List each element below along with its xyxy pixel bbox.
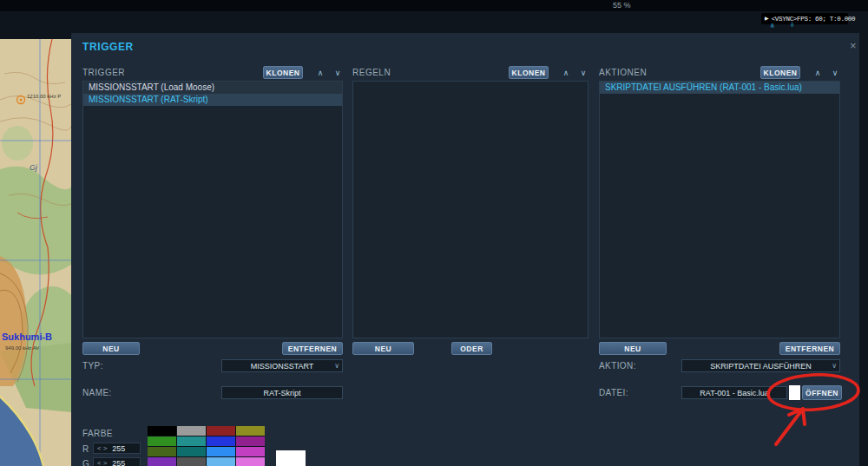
file-label: DATEI: [599,388,628,397]
top-bar-partial-text: 55 % [613,1,631,10]
file-field-white-box [789,385,800,400]
weather-trident-icon: ♆ [769,21,776,30]
weather-station-icon: ♁ [789,20,796,29]
move-down-icon[interactable]: ∨ [332,69,343,77]
action-list-item-selected[interactable]: SKRIPTDATEI AUSFÜHREN (RAT-001 - Basic.l… [600,82,839,94]
action-label: AKTION: [599,361,636,371]
type-label: TYP: [82,361,103,371]
clone-rule-button[interactable]: KLONEN [509,66,549,79]
color-label: FARBE [82,429,113,438]
open-file-button[interactable]: ÖFFNEN [802,385,842,400]
rules-buttons-row: NEU ODER [352,342,589,355]
play-icon: ▶ [765,13,769,24]
stepper-decrease-icon[interactable]: < [96,458,102,466]
trigger-column: TRIGGER KLONEN ∧ ∨ MISSIONSSTART (Load M… [82,66,343,355]
move-up-icon[interactable]: ∧ [315,69,326,77]
color-swatch[interactable] [148,457,176,466]
remove-action-button[interactable]: ENTFERNEN [779,342,840,355]
file-input[interactable]: RAT-001 - Basic.lua [681,386,787,399]
name-input[interactable]: RAT-Skript [221,386,343,399]
stepper-increase-icon[interactable]: > [102,458,108,466]
new-trigger-button[interactable]: NEU [82,342,140,355]
color-swatch[interactable] [177,457,206,466]
stepper-decrease-icon[interactable]: < [96,443,102,453]
trigger-list-item[interactable]: MISSIONSSTART (Load Moose) [83,82,342,94]
color-swatch[interactable] [207,426,235,436]
trigger-panel: TRIGGER × TRIGGER KLONEN ∧ ∨ MISSIONSSTA… [71,33,859,466]
trigger-list[interactable]: MISSIONSSTART (Load Moose) MISSIONSSTART… [82,81,343,338]
trigger-column-header: TRIGGER KLONEN ∧ ∨ [82,66,343,79]
rules-column: REGELN KLONEN ∧ ∨ NEU ODER [352,66,589,355]
fps-text: <VSYNC>FPS: 60; T:0.000 [772,16,856,23]
move-up-icon[interactable]: ∧ [561,69,571,77]
map-canvas[interactable]: 1210.00 kHz P Gj Sukhumi-B 949.00 kHz AV [0,39,71,466]
action-dropdown-value: SKRIPTDATEI AUSFÜHREN [710,362,811,371]
actions-column: AKTIONEN KLONEN ∧ ∨ SKRIPTDATEI AUSFÜHRE… [599,66,840,355]
actions-column-label: AKTIONEN [599,68,760,77]
rules-column-label: REGELN [352,68,509,77]
action-dropdown[interactable]: SKRIPTDATEI AUSFÜHREN ∨ [681,359,840,372]
panel-title: TRIGGER [82,41,134,53]
color-swatch[interactable] [236,436,265,446]
stepper-increase-icon[interactable]: > [102,443,108,453]
chevron-down-icon: ∨ [334,362,339,370]
move-down-icon[interactable]: ∨ [830,69,840,77]
move-down-icon[interactable]: ∨ [578,69,589,77]
color-swatch[interactable] [148,447,176,456]
name-label: NAME: [82,388,112,397]
rules-list[interactable] [352,81,589,338]
close-icon[interactable]: × [850,39,857,52]
move-up-icon[interactable]: ∧ [812,69,823,77]
red-channel-label: R [82,444,89,454]
map-place-label: Gj [30,163,37,172]
type-dropdown-value: MISSIONSSTART [251,362,314,371]
or-rule-button[interactable]: ODER [451,342,492,355]
color-swatch[interactable] [148,436,176,446]
red-channel-value: 255 [112,444,125,453]
map-city-label: Sukhumi-B [2,331,71,342]
color-palette[interactable] [148,426,265,466]
green-channel-value: 255 [112,459,125,466]
map-beacon-frequency-label-2: 949.00 kHz AV [5,345,39,351]
color-swatch[interactable] [177,436,206,446]
actions-list[interactable]: SKRIPTDATEI AUSFÜHREN (RAT-001 - Basic.l… [599,81,840,338]
clone-trigger-button[interactable]: KLONEN [263,66,303,79]
red-channel-stepper[interactable]: < > 255 [93,443,141,454]
map-terrain [0,39,71,466]
color-swatch[interactable] [207,436,235,446]
new-action-button[interactable]: NEU [599,342,667,355]
remove-trigger-button[interactable]: ENTFERNEN [282,342,343,355]
color-swatch[interactable] [177,426,206,436]
color-swatch[interactable] [207,457,235,466]
chevron-down-icon: ∨ [832,362,837,370]
trigger-column-label: TRIGGER [82,68,263,77]
trigger-buttons-row: NEU ENTFERNEN [82,342,343,355]
color-swatch[interactable] [236,447,265,456]
color-swatch[interactable] [236,457,265,466]
new-rule-button[interactable]: NEU [352,342,414,355]
rules-column-header: REGELN KLONEN ∧ ∨ [352,66,589,79]
color-swatch[interactable] [177,447,206,456]
clone-action-button[interactable]: KLONEN [760,66,800,79]
trigger-list-item-selected[interactable]: MISSIONSSTART (RAT-Skript) [83,94,342,106]
color-swatch[interactable] [148,426,176,436]
actions-buttons-row: NEU ENTFERNEN [599,342,840,355]
green-channel-stepper[interactable]: < > 255 [93,457,141,466]
type-dropdown[interactable]: MISSIONSSTART ∨ [221,359,343,372]
top-bar: 55 % [0,0,868,11]
color-swatch[interactable] [207,447,235,456]
color-swatch[interactable] [236,426,265,436]
map-beacon-frequency-label: 1210.00 kHz P [27,94,61,99]
actions-column-header: AKTIONEN KLONEN ∧ ∨ [599,66,840,79]
green-channel-label: G [82,459,89,466]
color-preview-swatch [276,450,306,466]
